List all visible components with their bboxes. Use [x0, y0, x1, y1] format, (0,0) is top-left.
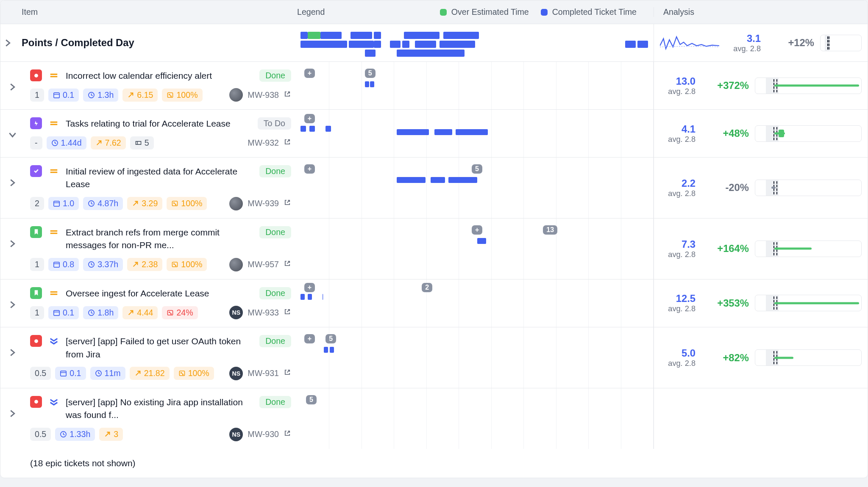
external-link-icon[interactable] [284, 199, 291, 208]
timeline: + [297, 110, 654, 157]
avatar[interactable]: NS [229, 306, 243, 319]
expand-toggle[interactable] [9, 410, 16, 419]
timeline-badge: 5 [326, 334, 336, 343]
timeline: +2 [297, 279, 654, 327]
ticket-title[interactable]: [server] [app] Failed to get user OAuth … [66, 335, 253, 361]
chip: 0.1 [48, 89, 79, 102]
metric-avg: avg. 2.8 [660, 359, 696, 368]
ticket-title[interactable]: Extract branch refs from merge commit me… [66, 226, 253, 252]
bullet-chart [755, 125, 862, 142]
chip: 4.87h [83, 197, 123, 210]
metric-pct: +372% [701, 80, 749, 91]
avatar[interactable] [229, 258, 243, 271]
external-link-icon[interactable] [284, 368, 291, 378]
ticket-id[interactable]: MW-939 [248, 199, 279, 208]
header-analysis: Analysis [654, 7, 868, 17]
timeline-bar [365, 81, 369, 87]
bullet-chart [755, 295, 862, 311]
timeline-badge: + [304, 283, 315, 292]
ticket-id[interactable]: MW-957 [248, 260, 279, 269]
ticket-row: Incorrect low calendar efficiency alert … [0, 62, 868, 110]
external-link-icon[interactable] [284, 308, 291, 318]
ticket-id[interactable]: MW-930 [248, 429, 279, 439]
ticket-id[interactable]: MW-932 [248, 138, 279, 148]
metric-avg: avg. 2.8 [660, 304, 696, 313]
status-badge: Done [259, 335, 291, 347]
footer-note: (18 epic tickets not shown) [0, 449, 868, 478]
chip: 0.1 [55, 367, 86, 380]
timeline-bar [448, 177, 477, 183]
chip: 1 [30, 89, 44, 102]
tickets-table: Item Legend Over Estimated Time Complete… [0, 0, 868, 478]
timeline-bar [456, 129, 488, 135]
svg-rect-3 [54, 93, 59, 98]
story-icon [30, 226, 42, 238]
svg-point-28 [34, 339, 38, 343]
chip: 100% [167, 258, 207, 271]
metric-pct: -20% [701, 182, 749, 194]
expand-toggle[interactable] [9, 83, 16, 93]
timeline-badge: + [472, 225, 482, 235]
metric-avg: avg. 2.8 [660, 135, 696, 144]
chip: 3.29 [127, 197, 162, 210]
chip: 0.8 [48, 258, 79, 271]
bug-icon [30, 69, 42, 81]
analysis-cell: 2.2avg. 2.8 -20% [654, 158, 868, 218]
external-link-icon[interactable] [284, 138, 291, 148]
ticket-id[interactable]: MW-931 [248, 368, 279, 378]
ticket-title[interactable]: Initial review of ingested data for Acce… [66, 165, 253, 191]
metric-avg: avg. 2.8 [660, 189, 696, 198]
external-link-icon[interactable] [284, 429, 291, 439]
svg-rect-7 [50, 122, 58, 123]
ticket-title[interactable]: Oversee ingest for Accelerate Lease [66, 287, 253, 300]
expand-toggle[interactable] [9, 179, 16, 188]
priority-low-icon [48, 396, 60, 408]
expand-toggle[interactable] [9, 301, 16, 310]
timeline-bar [397, 129, 429, 135]
status-badge: Done [259, 287, 291, 299]
ticket-title[interactable]: Incorrect low calendar efficiency alert [66, 69, 253, 82]
ticket-title[interactable]: Tasks relating to trial for Accelerate L… [66, 117, 252, 130]
svg-rect-24 [54, 310, 59, 315]
external-link-icon[interactable] [284, 260, 291, 269]
ticket-row: Extract branch refs from merge commit me… [0, 219, 868, 279]
timeline-bar [434, 129, 452, 135]
status-badge: Done [259, 226, 291, 238]
timeline-badge: 13 [543, 225, 557, 235]
avatar[interactable] [229, 88, 243, 102]
status-badge: Done [259, 165, 291, 177]
task-icon [30, 165, 42, 177]
timeline-bar [326, 126, 331, 132]
expand-toggle[interactable] [9, 240, 16, 249]
analysis-cell: 4.1avg. 2.8 +48% [654, 110, 868, 157]
chip: 3 [99, 428, 123, 441]
priority-medium-icon [48, 287, 60, 299]
ticket-id[interactable]: MW-933 [248, 308, 279, 318]
avatar[interactable] [229, 197, 243, 210]
timeline-bar [324, 347, 328, 353]
summary-bullet [820, 35, 862, 51]
status-badge: To Do [258, 117, 291, 130]
expand-toggle[interactable] [9, 131, 16, 141]
ticket-id[interactable]: MW-938 [248, 90, 279, 100]
bullet-chart [755, 241, 862, 257]
timeline: +5 [297, 62, 654, 109]
avatar[interactable]: NS [229, 428, 243, 441]
status-badge: Done [259, 396, 291, 408]
summary-row: Points / Completed Day [0, 24, 868, 62]
timeline: +13 [297, 219, 654, 279]
external-link-icon[interactable] [284, 90, 291, 100]
chip: 2.38 [127, 258, 162, 271]
svg-rect-8 [50, 124, 58, 125]
chip: 7.62 [91, 136, 126, 149]
analysis-cell: 5.0avg. 2.8 +82% [654, 327, 868, 388]
bullet-chart [755, 349, 862, 366]
expand-toggle[interactable] [0, 35, 15, 50]
avatar[interactable]: NS [229, 367, 243, 380]
metric-pct: +353% [701, 297, 749, 309]
chip: 3.37h [83, 258, 123, 271]
metric-pct: +48% [701, 127, 749, 139]
expand-toggle[interactable] [9, 349, 16, 358]
ticket-title[interactable]: [server] [app] No existing Jira app inst… [66, 396, 253, 422]
bullet-chart [755, 180, 862, 196]
